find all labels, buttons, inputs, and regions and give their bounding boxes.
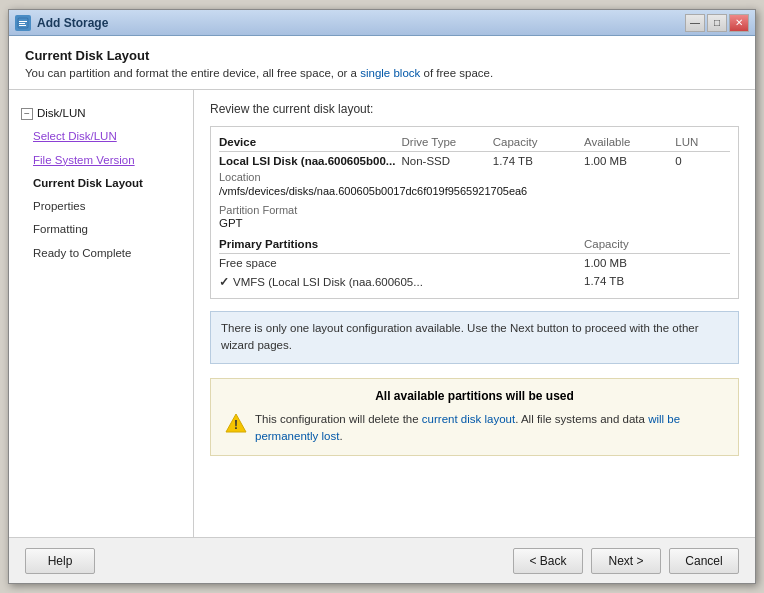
partition-vmfs-check: ✓ VMFS (Local LSI Disk (naa.600605... xyxy=(219,275,584,289)
device-name: Local LSI Disk (naa.600605b00... xyxy=(219,155,402,167)
window-title: Add Storage xyxy=(37,16,685,30)
add-storage-window: Add Storage — □ ✕ Current Disk Layout Yo… xyxy=(8,9,756,584)
drive-type: Non-SSD xyxy=(402,155,493,167)
window-controls: — □ ✕ xyxy=(685,14,749,32)
svg-rect-3 xyxy=(19,25,26,26)
sidebar-item-ready: Ready to Complete xyxy=(9,242,193,265)
sidebar-item-formatting: Formatting xyxy=(9,218,193,241)
title-bar: Add Storage — □ ✕ xyxy=(9,10,755,36)
partitions-col-capacity: Capacity xyxy=(584,238,730,250)
sidebar-item-current-disk[interactable]: Current Disk Layout xyxy=(9,172,193,195)
partition-vmfs-capacity: 1.74 TB xyxy=(584,275,730,289)
col-device: Device xyxy=(219,136,402,148)
svg-rect-2 xyxy=(19,23,25,24)
header-section: Current Disk Layout You can partition an… xyxy=(9,36,755,90)
sidebar-item-file-system[interactable]: File System Version xyxy=(9,149,193,172)
header-title: Current Disk Layout xyxy=(25,48,739,63)
window-icon xyxy=(15,15,31,31)
footer-left: Help xyxy=(25,548,513,574)
back-button[interactable]: < Back xyxy=(513,548,583,574)
section-title: Review the current disk layout: xyxy=(210,102,739,116)
partitions-table-header: Primary Partitions Capacity xyxy=(219,235,730,254)
partition-free-name: Free space xyxy=(219,257,584,269)
sidebar-group-label: Disk/LUN xyxy=(37,105,86,122)
footer-right: < Back Next > Cancel xyxy=(513,548,739,574)
disk-table-row: Local LSI Disk (naa.600605b00... Non-SSD… xyxy=(219,152,730,170)
warning-message: This configuration will delete the curre… xyxy=(255,411,724,446)
partition-format-label: Partition Format xyxy=(219,201,730,216)
col-capacity: Capacity xyxy=(493,136,584,148)
cancel-button[interactable]: Cancel xyxy=(669,548,739,574)
warning-triangle-icon: ! xyxy=(225,412,247,434)
disk-table-header: Device Drive Type Capacity Available LUN xyxy=(219,133,730,152)
collapse-icon[interactable]: − xyxy=(21,108,33,120)
info-message: There is only one layout configuration a… xyxy=(221,322,699,351)
partition-free-capacity: 1.00 MB xyxy=(584,257,730,269)
col-available: Available xyxy=(584,136,675,148)
next-button[interactable]: Next > xyxy=(591,548,661,574)
partition-row-free: Free space 1.00 MB xyxy=(219,254,730,272)
sidebar-item-disk-lun: − Disk/LUN xyxy=(9,102,193,125)
partition-vmfs-name: VMFS (Local LSI Disk (naa.600605... xyxy=(233,276,423,288)
sidebar-item-properties: Properties xyxy=(9,195,193,218)
col-lun: LUN xyxy=(675,136,730,148)
capacity: 1.74 TB xyxy=(493,155,584,167)
sidebar: − Disk/LUN Select Disk/LUN File System V… xyxy=(9,90,194,537)
warning-box: All available partitions will be used ! … xyxy=(210,378,739,457)
location-label: Location xyxy=(219,170,730,184)
content-area: − Disk/LUN Select Disk/LUN File System V… xyxy=(9,90,755,537)
sidebar-item-select-disk[interactable]: Select Disk/LUN xyxy=(9,125,193,148)
maximize-button[interactable]: □ xyxy=(707,14,727,32)
svg-rect-1 xyxy=(19,21,27,22)
warning-content: ! This configuration will delete the cur… xyxy=(225,411,724,446)
header-description: You can partition and format the entire … xyxy=(25,67,739,79)
footer: Help < Back Next > Cancel xyxy=(9,537,755,583)
help-button[interactable]: Help xyxy=(25,548,95,574)
col-drive-type: Drive Type xyxy=(402,136,493,148)
minimize-button[interactable]: — xyxy=(685,14,705,32)
partition-row-vmfs: ✓ VMFS (Local LSI Disk (naa.600605... 1.… xyxy=(219,272,730,292)
lun: 0 xyxy=(675,155,730,167)
warning-title: All available partitions will be used xyxy=(225,389,724,403)
svg-text:!: ! xyxy=(234,418,238,432)
close-button[interactable]: ✕ xyxy=(729,14,749,32)
info-box: There is only one layout configuration a… xyxy=(210,311,739,364)
disk-layout-table: Device Drive Type Capacity Available LUN… xyxy=(210,126,739,299)
main-content: Review the current disk layout: Device D… xyxy=(194,90,755,537)
checkmark-icon: ✓ xyxy=(219,275,229,289)
partition-format-value: GPT xyxy=(219,216,730,235)
available: 1.00 MB xyxy=(584,155,675,167)
location-value: /vmfs/devices/disks/naa.600605b0017dc6f0… xyxy=(219,184,730,201)
partitions-col-name: Primary Partitions xyxy=(219,238,584,250)
